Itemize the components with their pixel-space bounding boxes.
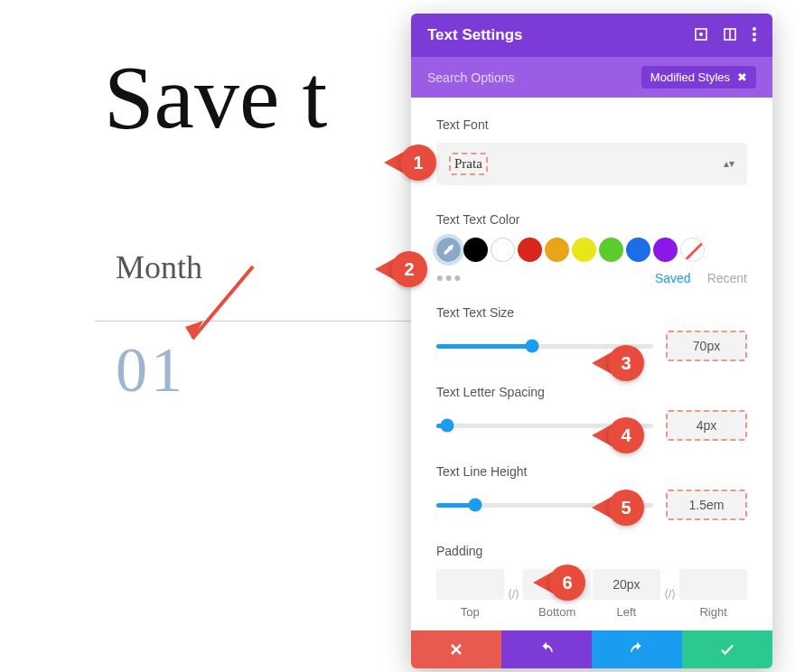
lineheight-slider-thumb[interactable] <box>469 499 482 512</box>
recent-tab[interactable]: Recent <box>707 271 747 285</box>
font-value: Prata <box>449 153 488 175</box>
close-icon[interactable]: ✖ <box>737 70 747 84</box>
eyedropper-icon <box>442 243 455 257</box>
undo-button[interactable] <box>501 630 592 668</box>
month-label: Month <box>116 248 202 286</box>
lineheight-section-label: Text Line Height <box>436 464 747 479</box>
redo-button[interactable] <box>592 630 682 668</box>
month-number: 01 <box>116 334 186 406</box>
padding-right-label: Right <box>679 605 747 619</box>
chevron-updown-icon: ▴▾ <box>724 157 734 171</box>
panel-subheader: Search Options Modified Styles ✖ <box>411 57 772 98</box>
redo-icon <box>629 641 645 658</box>
spacing-slider-thumb[interactable] <box>441 419 454 433</box>
svg-point-3 <box>700 33 703 35</box>
size-slider-thumb[interactable] <box>525 340 538 353</box>
page-heading: Save t <box>104 45 327 149</box>
padding-top-input[interactable] <box>436 569 504 600</box>
more-colors-icon[interactable]: ••• <box>436 274 463 283</box>
eyedropper-swatch[interactable] <box>436 238 461 262</box>
expand-icon[interactable] <box>695 28 707 43</box>
confirm-button[interactable] <box>682 630 772 668</box>
link-icon[interactable]: ⟨/⟩ <box>506 587 522 601</box>
color-swatch-purple[interactable] <box>653 238 678 262</box>
color-swatch-yellow[interactable] <box>572 238 596 262</box>
panel-header: Text Settings <box>411 14 772 57</box>
svg-point-6 <box>753 27 756 31</box>
text-settings-panel: Text Settings Search Options Modified St… <box>411 14 772 668</box>
panel-body: Text Font Prata ▴▾ Text Text Color ••• S… <box>411 98 772 630</box>
size-slider[interactable] <box>436 344 653 349</box>
link-icon[interactable]: ⟨/⟩ <box>662 587 678 601</box>
divider <box>95 321 411 322</box>
color-swatch-orange[interactable] <box>545 238 569 262</box>
font-section-label: Text Font <box>436 117 747 132</box>
more-icon[interactable] <box>753 27 756 44</box>
lineheight-value[interactable]: 1.5em <box>666 490 747 520</box>
padding-left-label: Left <box>593 605 660 619</box>
check-icon <box>719 641 735 658</box>
saved-tab[interactable]: Saved <box>655 271 691 285</box>
size-value[interactable]: 70px <box>666 331 747 361</box>
padding-bottom-input[interactable] <box>523 569 591 600</box>
undo-icon <box>538 641 555 658</box>
size-section-label: Text Text Size <box>436 305 747 320</box>
padding-inputs: Top ⟨/⟩ Bottom 20px Left ⟨/⟩ Right <box>436 569 747 619</box>
close-icon <box>450 643 463 656</box>
modified-styles-button[interactable]: Modified Styles ✖ <box>641 66 756 89</box>
padding-top-label: Top <box>436 605 504 619</box>
color-swatch-blue[interactable] <box>626 238 650 262</box>
search-options[interactable]: Search Options <box>427 70 515 85</box>
svg-marker-1 <box>185 321 203 339</box>
cancel-button[interactable] <box>411 630 501 668</box>
font-select[interactable]: Prata ▴▾ <box>436 143 747 185</box>
svg-point-7 <box>753 33 756 36</box>
padding-right-input[interactable] <box>679 569 747 600</box>
color-swatches <box>436 238 747 262</box>
spacing-slider[interactable] <box>436 424 653 428</box>
snap-icon[interactable] <box>724 28 736 43</box>
spacing-section-label: Text Letter Spacing <box>436 385 747 399</box>
panel-footer <box>411 630 772 668</box>
panel-title: Text Settings <box>427 26 522 44</box>
color-section-label: Text Text Color <box>436 212 747 227</box>
modified-styles-label: Modified Styles <box>650 70 730 84</box>
color-swatch-red[interactable] <box>518 238 542 262</box>
padding-left-input[interactable]: 20px <box>593 569 660 600</box>
svg-point-8 <box>753 38 756 42</box>
padding-section-label: Padding <box>436 544 747 558</box>
color-swatch-none[interactable] <box>680 238 705 262</box>
padding-bottom-label: Bottom <box>523 605 591 619</box>
spacing-value[interactable]: 4px <box>666 410 747 441</box>
color-swatch-black[interactable] <box>463 238 488 262</box>
lineheight-slider[interactable] <box>436 503 653 508</box>
color-swatch-white[interactable] <box>491 238 515 262</box>
color-swatch-green[interactable] <box>599 238 623 262</box>
